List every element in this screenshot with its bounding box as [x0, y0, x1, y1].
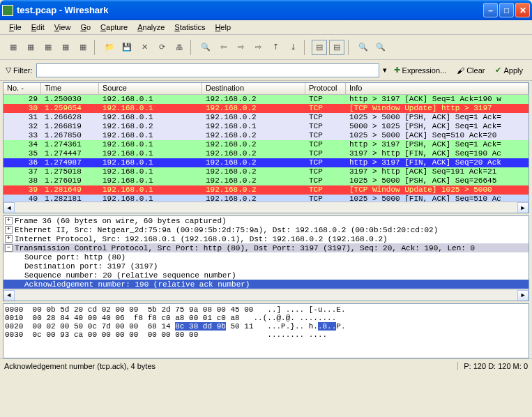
clear-button[interactable]: 🖌 Clear: [453, 66, 488, 75]
packet-row[interactable]: 351.274447192.168.0.1192.168.0.2TCP3197 …: [3, 149, 529, 158]
zoom-in-icon[interactable]: 🔍: [356, 40, 371, 55]
detail-frame[interactable]: +Frame 36 (60 bytes on wire, 60 bytes ca…: [3, 216, 529, 225]
close-file-icon[interactable]: ✕: [137, 40, 152, 55]
packet-row[interactable]: 371.275018192.168.0.1192.168.0.2TCP3197 …: [3, 167, 529, 176]
first-packet-icon[interactable]: ⤒: [268, 40, 283, 55]
packet-row[interactable]: 341.274361192.168.0.1192.168.0.2TCPhttp …: [3, 140, 529, 149]
scroll-left-icon[interactable]: ◄: [3, 202, 15, 213]
horizontal-scrollbar[interactable]: ◄ ►: [3, 289, 529, 301]
toolbar-separator: [304, 40, 308, 55]
apply-button[interactable]: ✔ Apply: [492, 65, 526, 75]
detail-tcp[interactable]: −Transmission Control Protocol, Src Port…: [3, 243, 529, 252]
check-icon: ✔: [495, 66, 501, 75]
maximize-button[interactable]: □: [499, 3, 514, 17]
packet-row[interactable]: 301.259654192.168.0.1192.168.0.2TCP[TCP …: [3, 104, 529, 113]
detail-srcport[interactable]: Source port: http (80): [3, 252, 529, 261]
brush-icon: 🖌: [457, 66, 464, 75]
toolbar-separator: [94, 40, 98, 55]
packet-row[interactable]: 381.276019192.168.0.1192.168.0.2TCP1025 …: [3, 176, 529, 185]
statusbar: Acknowledgement number (tcp.ack), 4 byte…: [0, 358, 532, 372]
packet-row[interactable]: 311.266628192.168.0.1192.168.0.2TCP1025 …: [3, 113, 529, 122]
filter-toolbar: ▽ Filter: ▾ ✚ Expression... 🖌 Clear ✔ Ap…: [0, 60, 532, 81]
packet-bytes-pane[interactable]: 0000 00 0b 5d 20 cd 02 00 09 5b 2d 75 9a…: [3, 303, 529, 358]
interfaces-icon[interactable]: ▦: [6, 40, 21, 55]
scroll-track[interactable]: [15, 290, 517, 301]
status-left: Acknowledgement number (tcp.ack), 4 byte…: [4, 362, 458, 370]
col-info[interactable]: Info: [346, 83, 529, 94]
scroll-right-icon[interactable]: ►: [517, 202, 529, 213]
detail-acknum[interactable]: Acknowledgement number: 190 (relative ac…: [3, 280, 529, 289]
stop-capture-icon[interactable]: ▦: [58, 40, 73, 55]
options-icon[interactable]: ▦: [23, 40, 38, 55]
packet-list-header: No. - Time Source Destination Protocol I…: [3, 83, 529, 95]
col-no[interactable]: No. -: [3, 83, 41, 94]
window-title: test.pcap - Wireshark: [17, 5, 483, 15]
detail-eth[interactable]: +Ethernet II, Src: Netgear_2d:75:9a (00:…: [3, 225, 529, 234]
window-titlebar: test.pcap - Wireshark – □ ✕: [0, 0, 532, 20]
menu-capture[interactable]: Capture: [96, 22, 132, 33]
print-icon[interactable]: 🖶: [172, 40, 187, 55]
menubar: File Edit View Go Capture Analyze Statis…: [0, 20, 532, 35]
expand-icon[interactable]: +: [5, 226, 13, 234]
minimize-button[interactable]: –: [483, 3, 498, 17]
menu-help[interactable]: Help: [210, 22, 236, 33]
find-icon[interactable]: 🔍: [198, 40, 213, 55]
scroll-left-icon[interactable]: ◄: [3, 290, 15, 301]
open-icon[interactable]: 📁: [102, 40, 117, 55]
filter-input[interactable]: [36, 63, 379, 77]
save-icon[interactable]: 💾: [119, 40, 135, 55]
goto-icon[interactable]: ⇨: [250, 40, 266, 55]
reload-icon[interactable]: ⟳: [154, 40, 169, 55]
menu-analyze[interactable]: Analyze: [132, 22, 169, 33]
packet-row[interactable]: 291.250030192.168.0.1192.168.0.2TCPhttp …: [3, 95, 529, 104]
horizontal-scrollbar[interactable]: ◄ ►: [3, 202, 529, 213]
col-protocol[interactable]: Protocol: [305, 83, 346, 94]
packet-row[interactable]: 331.267850192.168.0.1192.168.0.2TCP1025 …: [3, 131, 529, 140]
filter-label: ▽ Filter:: [6, 66, 33, 75]
autoscroll-icon[interactable]: ▤: [329, 40, 344, 55]
colorize-icon[interactable]: ▤: [312, 40, 327, 55]
menu-go[interactable]: Go: [75, 22, 96, 33]
detail-dstport[interactable]: Destination port: 3197 (3197): [3, 261, 529, 271]
packet-row[interactable]: 321.266819192.168.0.2192.168.0.1TCP5000 …: [3, 122, 529, 131]
packet-details-pane: +Frame 36 (60 bytes on wire, 60 bytes ca…: [3, 215, 529, 301]
scroll-track[interactable]: [15, 202, 517, 213]
detail-seqnum[interactable]: Sequence number: 20 (relative sequence n…: [3, 271, 529, 280]
dropdown-icon[interactable]: ▾: [383, 66, 387, 75]
menu-file[interactable]: File: [4, 22, 26, 33]
plus-icon: ✚: [394, 66, 400, 75]
detail-ip[interactable]: +Internet Protocol, Src: 192.168.0.1 (19…: [3, 234, 529, 243]
toolbar-separator: [190, 40, 195, 55]
scroll-right-icon[interactable]: ►: [517, 290, 529, 301]
toolbar: ▦ ▦ ▦ ▦ ▦ 📁 💾 ✕ ⟳ 🖶 🔍 ⇦ ⇨ ⇨ ⤒ ⤓ ▤ ▤ 🔍 🔍: [0, 35, 532, 60]
hex-selected: 8c 38 dd 9b: [175, 322, 226, 331]
menu-statistics[interactable]: Statistics: [169, 22, 210, 33]
back-icon[interactable]: ⇦: [215, 40, 231, 55]
menu-view[interactable]: View: [50, 22, 76, 33]
packet-row[interactable]: 361.274987192.168.0.1192.168.0.2TCPhttp …: [3, 158, 529, 167]
menu-edit[interactable]: Edit: [26, 22, 50, 33]
forward-icon[interactable]: ⇨: [233, 40, 248, 55]
app-icon: [2, 5, 13, 16]
expand-icon[interactable]: +: [5, 217, 13, 225]
expression-button[interactable]: ✚ Expression...: [390, 65, 450, 75]
expand-icon[interactable]: +: [5, 235, 13, 243]
filter-icon: ▽: [6, 66, 11, 75]
col-source[interactable]: Source: [99, 83, 202, 94]
start-capture-icon[interactable]: ▦: [40, 40, 56, 55]
restart-capture-icon[interactable]: ▦: [75, 40, 91, 55]
packet-list-pane: No. - Time Source Destination Protocol I…: [3, 82, 529, 213]
last-packet-icon[interactable]: ⤓: [285, 40, 301, 55]
status-right: P: 120 D: 120 M: 0: [464, 362, 528, 370]
col-time[interactable]: Time: [41, 83, 99, 94]
toolbar-separator: [348, 40, 352, 55]
close-button[interactable]: ✕: [515, 3, 530, 17]
packet-list-body[interactable]: 291.250030192.168.0.1192.168.0.2TCPhttp …: [3, 95, 529, 204]
zoom-out-icon[interactable]: 🔍: [373, 40, 388, 55]
collapse-icon[interactable]: −: [5, 244, 13, 252]
packet-row[interactable]: 391.281649192.168.0.1192.168.0.2TCP[TCP …: [3, 185, 529, 195]
col-destination[interactable]: Destination: [202, 83, 305, 94]
